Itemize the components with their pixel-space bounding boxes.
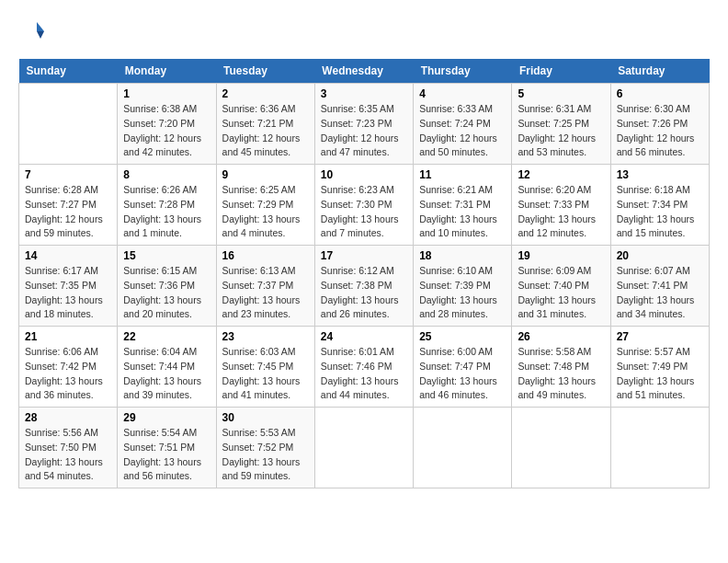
day-number: 1 [123, 87, 210, 100]
day-detail: Sunrise: 6:38 AM Sunset: 7:20 PM Dayligh… [123, 102, 210, 160]
day-detail: Sunrise: 5:54 AM Sunset: 7:51 PM Dayligh… [123, 426, 210, 484]
day-detail: Sunrise: 6:35 AM Sunset: 7:23 PM Dayligh… [321, 102, 407, 160]
day-number: 5 [518, 87, 604, 100]
day-number: 15 [123, 249, 210, 262]
day-detail: Sunrise: 6:15 AM Sunset: 7:36 PM Dayligh… [123, 264, 210, 322]
day-detail: Sunrise: 6:07 AM Sunset: 7:41 PM Dayligh… [617, 264, 703, 322]
calendar-cell: 23Sunrise: 6:03 AM Sunset: 7:45 PM Dayli… [216, 327, 314, 408]
calendar-cell: 13Sunrise: 6:18 AM Sunset: 7:34 PM Dayli… [610, 165, 709, 246]
svg-marker-1 [37, 31, 44, 39]
calendar-cell [314, 408, 413, 488]
calendar-cell: 6Sunrise: 6:30 AM Sunset: 7:26 PM Daylig… [610, 84, 709, 165]
calendar-cell: 5Sunrise: 6:31 AM Sunset: 7:25 PM Daylig… [512, 84, 610, 165]
calendar-cell: 27Sunrise: 5:57 AM Sunset: 7:49 PM Dayli… [610, 327, 709, 408]
calendar-cell: 4Sunrise: 6:33 AM Sunset: 7:24 PM Daylig… [414, 84, 512, 165]
calendar-cell: 21Sunrise: 6:06 AM Sunset: 7:42 PM Dayli… [19, 327, 118, 408]
calendar-header-tuesday: Tuesday [216, 59, 314, 84]
calendar-cell [610, 408, 709, 488]
logo [18, 18, 50, 44]
calendar-cell: 15Sunrise: 6:15 AM Sunset: 7:36 PM Dayli… [118, 246, 216, 327]
calendar-cell: 12Sunrise: 6:20 AM Sunset: 7:33 PM Dayli… [512, 165, 610, 246]
day-detail: Sunrise: 6:25 AM Sunset: 7:29 PM Dayligh… [222, 183, 309, 241]
day-number: 7 [25, 168, 111, 181]
calendar-week-row: 28Sunrise: 5:56 AM Sunset: 7:50 PM Dayli… [19, 408, 710, 488]
calendar-header-saturday: Saturday [610, 59, 709, 84]
day-detail: Sunrise: 6:13 AM Sunset: 7:37 PM Dayligh… [222, 264, 309, 322]
day-detail: Sunrise: 5:53 AM Sunset: 7:52 PM Dayligh… [222, 426, 309, 484]
calendar-cell: 19Sunrise: 6:09 AM Sunset: 7:40 PM Dayli… [512, 246, 610, 327]
day-number: 30 [222, 411, 309, 424]
calendar-week-row: 7Sunrise: 6:28 AM Sunset: 7:27 PM Daylig… [19, 165, 710, 246]
calendar-cell: 7Sunrise: 6:28 AM Sunset: 7:27 PM Daylig… [19, 165, 118, 246]
day-detail: Sunrise: 6:30 AM Sunset: 7:26 PM Dayligh… [617, 102, 703, 160]
day-detail: Sunrise: 5:57 AM Sunset: 7:49 PM Dayligh… [617, 345, 703, 403]
calendar-cell: 8Sunrise: 6:26 AM Sunset: 7:28 PM Daylig… [118, 165, 216, 246]
calendar-header-thursday: Thursday [414, 59, 512, 84]
day-detail: Sunrise: 6:03 AM Sunset: 7:45 PM Dayligh… [222, 345, 309, 403]
calendar-header-monday: Monday [118, 59, 216, 84]
calendar-cell: 2Sunrise: 6:36 AM Sunset: 7:21 PM Daylig… [216, 84, 314, 165]
day-number: 28 [25, 411, 111, 424]
day-detail: Sunrise: 6:31 AM Sunset: 7:25 PM Dayligh… [518, 102, 604, 160]
calendar-week-row: 21Sunrise: 6:06 AM Sunset: 7:42 PM Dayli… [19, 327, 710, 408]
calendar-cell: 22Sunrise: 6:04 AM Sunset: 7:44 PM Dayli… [118, 327, 216, 408]
calendar-table: SundayMondayTuesdayWednesdayThursdayFrid… [18, 59, 710, 488]
logo-icon [18, 18, 44, 44]
day-detail: Sunrise: 6:18 AM Sunset: 7:34 PM Dayligh… [617, 183, 703, 241]
day-detail: Sunrise: 6:26 AM Sunset: 7:28 PM Dayligh… [123, 183, 210, 241]
day-detail: Sunrise: 6:23 AM Sunset: 7:30 PM Dayligh… [321, 183, 407, 241]
day-number: 19 [518, 249, 604, 262]
calendar-cell: 29Sunrise: 5:54 AM Sunset: 7:51 PM Dayli… [118, 408, 216, 488]
day-number: 25 [419, 330, 506, 343]
day-number: 29 [123, 411, 210, 424]
day-number: 3 [321, 87, 407, 100]
calendar-cell: 9Sunrise: 6:25 AM Sunset: 7:29 PM Daylig… [216, 165, 314, 246]
calendar-cell: 26Sunrise: 5:58 AM Sunset: 7:48 PM Dayli… [512, 327, 610, 408]
calendar-week-row: 1Sunrise: 6:38 AM Sunset: 7:20 PM Daylig… [19, 84, 710, 165]
day-detail: Sunrise: 6:09 AM Sunset: 7:40 PM Dayligh… [518, 264, 604, 322]
day-detail: Sunrise: 6:28 AM Sunset: 7:27 PM Dayligh… [25, 183, 111, 241]
day-detail: Sunrise: 6:33 AM Sunset: 7:24 PM Dayligh… [419, 102, 506, 160]
day-number: 9 [222, 168, 309, 181]
day-detail: Sunrise: 6:01 AM Sunset: 7:46 PM Dayligh… [321, 345, 407, 403]
day-number: 22 [123, 330, 210, 343]
calendar-cell [512, 408, 610, 488]
calendar-cell: 14Sunrise: 6:17 AM Sunset: 7:35 PM Dayli… [19, 246, 118, 327]
calendar-cell: 28Sunrise: 5:56 AM Sunset: 7:50 PM Dayli… [19, 408, 118, 488]
day-number: 23 [222, 330, 309, 343]
calendar-cell: 16Sunrise: 6:13 AM Sunset: 7:37 PM Dayli… [216, 246, 314, 327]
day-detail: Sunrise: 6:17 AM Sunset: 7:35 PM Dayligh… [25, 264, 111, 322]
day-number: 11 [419, 168, 506, 181]
day-number: 13 [617, 168, 703, 181]
day-number: 6 [617, 87, 703, 100]
calendar-header-sunday: Sunday [19, 59, 118, 84]
day-number: 10 [321, 168, 407, 181]
calendar-header-row: SundayMondayTuesdayWednesdayThursdayFrid… [19, 59, 710, 84]
calendar-cell: 30Sunrise: 5:53 AM Sunset: 7:52 PM Dayli… [216, 408, 314, 488]
day-detail: Sunrise: 5:58 AM Sunset: 7:48 PM Dayligh… [518, 345, 604, 403]
day-number: 17 [321, 249, 407, 262]
day-number: 16 [222, 249, 309, 262]
page-header [18, 18, 710, 44]
day-number: 20 [617, 249, 703, 262]
day-number: 24 [321, 330, 407, 343]
day-number: 18 [419, 249, 506, 262]
day-number: 2 [222, 87, 309, 100]
calendar-cell [19, 84, 118, 165]
day-detail: Sunrise: 6:04 AM Sunset: 7:44 PM Dayligh… [123, 345, 210, 403]
day-detail: Sunrise: 6:21 AM Sunset: 7:31 PM Dayligh… [419, 183, 506, 241]
calendar-cell: 3Sunrise: 6:35 AM Sunset: 7:23 PM Daylig… [314, 84, 413, 165]
calendar-cell: 20Sunrise: 6:07 AM Sunset: 7:41 PM Dayli… [610, 246, 709, 327]
calendar-cell: 1Sunrise: 6:38 AM Sunset: 7:20 PM Daylig… [118, 84, 216, 165]
calendar-cell: 10Sunrise: 6:23 AM Sunset: 7:30 PM Dayli… [314, 165, 413, 246]
calendar-header-friday: Friday [512, 59, 610, 84]
day-detail: Sunrise: 6:36 AM Sunset: 7:21 PM Dayligh… [222, 102, 309, 160]
day-number: 21 [25, 330, 111, 343]
day-number: 26 [518, 330, 604, 343]
day-number: 14 [25, 249, 111, 262]
day-detail: Sunrise: 5:56 AM Sunset: 7:50 PM Dayligh… [25, 426, 111, 484]
calendar-week-row: 14Sunrise: 6:17 AM Sunset: 7:35 PM Dayli… [19, 246, 710, 327]
day-detail: Sunrise: 6:00 AM Sunset: 7:47 PM Dayligh… [419, 345, 506, 403]
day-detail: Sunrise: 6:10 AM Sunset: 7:39 PM Dayligh… [419, 264, 506, 322]
day-number: 12 [518, 168, 604, 181]
